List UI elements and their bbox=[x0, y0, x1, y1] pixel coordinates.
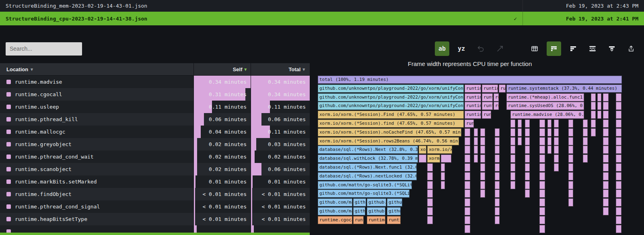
flame-frame[interactable] bbox=[510, 172, 515, 180]
flame-frame[interactable] bbox=[510, 181, 515, 189]
flame-frame[interactable]: runtin bbox=[465, 102, 481, 110]
flame-frame[interactable]: runtime.sysUsedOS (28.06%, 0.33 bbox=[506, 102, 584, 110]
flame-frame[interactable] bbox=[525, 120, 530, 128]
flame-frame[interactable] bbox=[603, 172, 609, 180]
flame-frame[interactable] bbox=[539, 198, 545, 206]
flame-frame[interactable] bbox=[480, 190, 485, 198]
left-heavy-view-icon[interactable] bbox=[566, 41, 580, 56]
flame-frame[interactable] bbox=[525, 128, 530, 136]
flame-frame[interactable]: runti bbox=[387, 216, 401, 224]
flame-frame[interactable] bbox=[583, 146, 588, 154]
flame-frame[interactable]: database/sql.(*Rows).Next.func1 (32.6 bbox=[318, 163, 417, 171]
flame-frame[interactable] bbox=[495, 163, 500, 171]
flame-frame[interactable] bbox=[525, 190, 530, 198]
flame-frame[interactable] bbox=[495, 146, 500, 154]
flame-frame[interactable] bbox=[518, 120, 522, 128]
flame-frame[interactable] bbox=[603, 137, 609, 145]
flame-frame[interactable] bbox=[518, 128, 522, 136]
flame-frame[interactable] bbox=[547, 120, 551, 128]
flame-frame[interactable] bbox=[616, 207, 621, 215]
flame-frame[interactable] bbox=[603, 198, 609, 206]
flame-frame[interactable]: github.com/unknowntpo/playground-2022/go… bbox=[318, 93, 464, 101]
flame-frame[interactable] bbox=[480, 128, 485, 136]
flame-frame[interactable] bbox=[591, 93, 596, 101]
flame-frame[interactable] bbox=[480, 155, 485, 163]
flame-frame[interactable] bbox=[616, 128, 621, 136]
flame-frame[interactable] bbox=[616, 198, 621, 206]
flame-frame[interactable] bbox=[597, 93, 601, 101]
flame-frame[interactable] bbox=[554, 128, 559, 136]
flame-frame[interactable] bbox=[539, 163, 545, 171]
flame-frame[interactable] bbox=[465, 181, 470, 189]
flame-frame[interactable] bbox=[616, 155, 621, 163]
flame-frame[interactable] bbox=[568, 137, 573, 145]
column-header-total[interactable]: Total ▾ bbox=[251, 63, 310, 75]
flame-frame[interactable]: github.com/mattn/go-sqlite3.(*SQLit bbox=[318, 190, 409, 198]
flame-frame[interactable] bbox=[597, 102, 601, 110]
table-row[interactable]: runtime.cgocall 0.31 minutes 0.34 minute… bbox=[0, 88, 310, 101]
flame-frame[interactable]: github.com/unknowntpo/playground-2022/go… bbox=[318, 102, 464, 110]
flame-frame[interactable] bbox=[554, 155, 559, 163]
flame-frame[interactable] bbox=[591, 120, 596, 128]
flame-frame[interactable]: github. bbox=[367, 198, 386, 206]
flame-frame[interactable] bbox=[539, 172, 545, 180]
flame-frame[interactable]: githu bbox=[353, 207, 365, 215]
sandwich-view-icon[interactable] bbox=[585, 41, 600, 56]
share-export-icon[interactable] bbox=[624, 41, 638, 56]
flame-frame[interactable]: github.com/ma bbox=[318, 207, 352, 215]
flame-frame[interactable] bbox=[603, 155, 609, 163]
flame-frame[interactable] bbox=[591, 102, 596, 110]
flame-frame[interactable] bbox=[495, 137, 500, 145]
file-tab-mem[interactable]: StructureBinding_mem-2023-02-19-14-43-01… bbox=[0, 0, 644, 12]
flame-frame[interactable] bbox=[568, 198, 573, 206]
table-row[interactable]: runtime.findObject < 0.01 minutes < 0.01… bbox=[0, 188, 310, 200]
flame-frame[interactable] bbox=[427, 207, 433, 215]
flame-frame[interactable] bbox=[465, 190, 470, 198]
flame-frame[interactable] bbox=[539, 190, 545, 198]
flame-frame[interactable]: githu bbox=[353, 198, 366, 206]
table-row[interactable]: runtime.pthread_cond_wait 0.02 minutes 0… bbox=[0, 150, 310, 163]
flame-frame[interactable] bbox=[510, 137, 515, 145]
flame-frame[interactable] bbox=[510, 163, 515, 171]
flame-frame[interactable] bbox=[525, 172, 530, 180]
flame-frame[interactable] bbox=[539, 225, 545, 233]
flame-frame[interactable] bbox=[616, 146, 621, 154]
flame-frame[interactable] bbox=[441, 155, 451, 163]
flame-frame[interactable] bbox=[474, 137, 478, 145]
flame-frame[interactable] bbox=[510, 146, 515, 154]
flame-frame[interactable]: runt bbox=[482, 111, 491, 119]
trend-arrow-icon[interactable] bbox=[493, 41, 507, 56]
flame-frame[interactable] bbox=[603, 111, 609, 119]
flame-frame[interactable] bbox=[525, 181, 530, 189]
column-header-location[interactable]: Location ▾ bbox=[0, 63, 194, 75]
flame-frame[interactable]: runtin bbox=[465, 85, 481, 93]
flame-frame[interactable] bbox=[495, 190, 500, 198]
flame-frame[interactable] bbox=[465, 155, 470, 163]
flame-frame[interactable]: runtime bbox=[367, 216, 385, 224]
table-view-icon[interactable] bbox=[527, 41, 542, 56]
flame-frame[interactable] bbox=[616, 181, 621, 189]
table-row[interactable]: runtime.usleep 0.11 minutes 0.11 minutes bbox=[0, 101, 310, 113]
flame-frame[interactable]: runtin bbox=[465, 93, 481, 101]
flame-frame[interactable] bbox=[495, 155, 500, 163]
flame-frame[interactable] bbox=[603, 163, 609, 171]
flame-frame[interactable] bbox=[427, 198, 433, 206]
flame-frame[interactable] bbox=[547, 137, 551, 145]
flame-frame[interactable]: runt bbox=[465, 120, 474, 128]
flame-frame[interactable] bbox=[427, 163, 433, 171]
flame-frame[interactable] bbox=[603, 102, 609, 110]
flame-frame[interactable] bbox=[616, 163, 621, 171]
flame-frame[interactable] bbox=[539, 146, 545, 154]
flame-frame[interactable] bbox=[568, 128, 573, 136]
flame-frame[interactable] bbox=[510, 128, 515, 136]
flame-frame[interactable]: run bbox=[499, 85, 506, 93]
flame-frame[interactable] bbox=[495, 172, 500, 180]
flame-frame[interactable]: xor bbox=[419, 146, 426, 154]
flame-frame[interactable] bbox=[568, 181, 573, 189]
flame-frame[interactable]: github.com/ma bbox=[318, 198, 352, 206]
flame-frame[interactable]: xorm.io/xo bbox=[427, 146, 452, 154]
flame-frame[interactable] bbox=[583, 128, 588, 136]
flame-frame[interactable]: ru bbox=[494, 102, 499, 110]
flame-frame[interactable]: xorm bbox=[427, 155, 440, 163]
flame-frame[interactable]: runtime.systemstack (37.3%, 0.44 minutes… bbox=[506, 85, 622, 93]
